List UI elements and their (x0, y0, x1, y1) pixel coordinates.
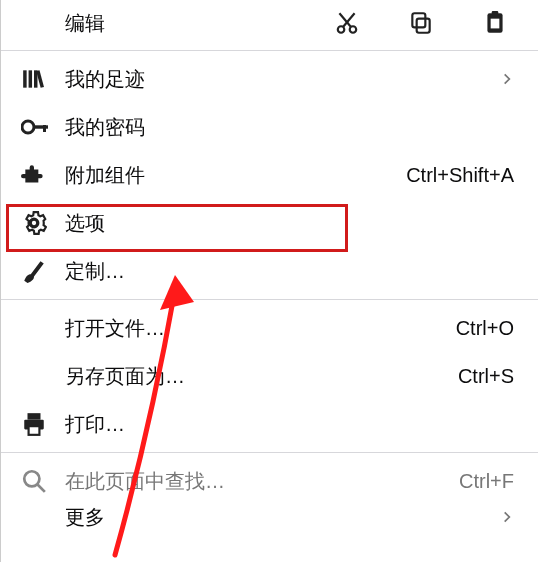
search-icon (21, 468, 65, 494)
edit-label: 编辑 (65, 10, 334, 37)
svg-line-21 (37, 484, 45, 492)
gear-icon (21, 210, 65, 236)
more-label: 更多 (65, 505, 500, 529)
svg-rect-4 (417, 19, 430, 33)
options-label: 选项 (65, 210, 514, 237)
library-icon (21, 66, 65, 92)
menu-item-more[interactable]: 更多 (1, 505, 538, 529)
svg-rect-17 (28, 413, 41, 420)
svg-rect-7 (492, 11, 499, 15)
menu-item-customize[interactable]: 定制… (1, 247, 538, 295)
svg-rect-10 (29, 70, 32, 87)
addons-shortcut: Ctrl+Shift+A (406, 164, 514, 187)
save-as-shortcut: Ctrl+S (458, 365, 514, 388)
print-label: 打印… (65, 411, 514, 438)
svg-rect-15 (43, 125, 46, 132)
app-menu: 编辑 (0, 0, 538, 562)
library-label: 我的足迹 (65, 66, 500, 93)
chevron-right-icon (500, 510, 514, 524)
svg-point-13 (22, 121, 34, 133)
addons-label: 附加组件 (65, 162, 406, 189)
menu-item-open-file[interactable]: 打开文件… Ctrl+O (1, 304, 538, 352)
svg-point-16 (31, 220, 38, 227)
svg-rect-8 (491, 19, 500, 29)
brush-icon (21, 258, 65, 284)
svg-rect-19 (29, 426, 40, 435)
open-file-label: 打开文件… (65, 315, 456, 342)
edit-actions (334, 10, 514, 36)
puzzle-icon (21, 162, 65, 188)
menu-item-addons[interactable]: 附加组件 Ctrl+Shift+A (1, 151, 538, 199)
paste-icon[interactable] (482, 10, 508, 36)
passwords-label: 我的密码 (65, 114, 514, 141)
separator (1, 452, 538, 453)
menu-item-options[interactable]: 选项 (1, 199, 538, 247)
print-icon (21, 411, 65, 437)
save-as-label: 另存页面为… (65, 363, 458, 390)
menu-item-library[interactable]: 我的足迹 (1, 55, 538, 103)
find-label: 在此页面中查找… (65, 468, 459, 495)
key-icon (21, 117, 65, 137)
svg-point-1 (350, 26, 357, 33)
menu-item-find[interactable]: 在此页面中查找… Ctrl+F (1, 457, 538, 505)
separator (1, 50, 538, 51)
menu-item-save-as[interactable]: 另存页面为… Ctrl+S (1, 352, 538, 400)
chevron-right-icon (500, 72, 514, 86)
menu-item-print[interactable]: 打印… (1, 400, 538, 448)
separator (1, 299, 538, 300)
svg-point-0 (338, 26, 345, 33)
svg-rect-9 (23, 70, 26, 87)
svg-point-20 (24, 471, 39, 486)
copy-icon[interactable] (408, 10, 434, 36)
svg-rect-5 (412, 13, 425, 27)
cut-icon[interactable] (334, 10, 360, 36)
menu-item-edit: 编辑 (1, 0, 538, 46)
open-file-shortcut: Ctrl+O (456, 317, 514, 340)
customize-label: 定制… (65, 258, 514, 285)
menu-item-passwords[interactable]: 我的密码 (1, 103, 538, 151)
find-shortcut: Ctrl+F (459, 470, 514, 493)
